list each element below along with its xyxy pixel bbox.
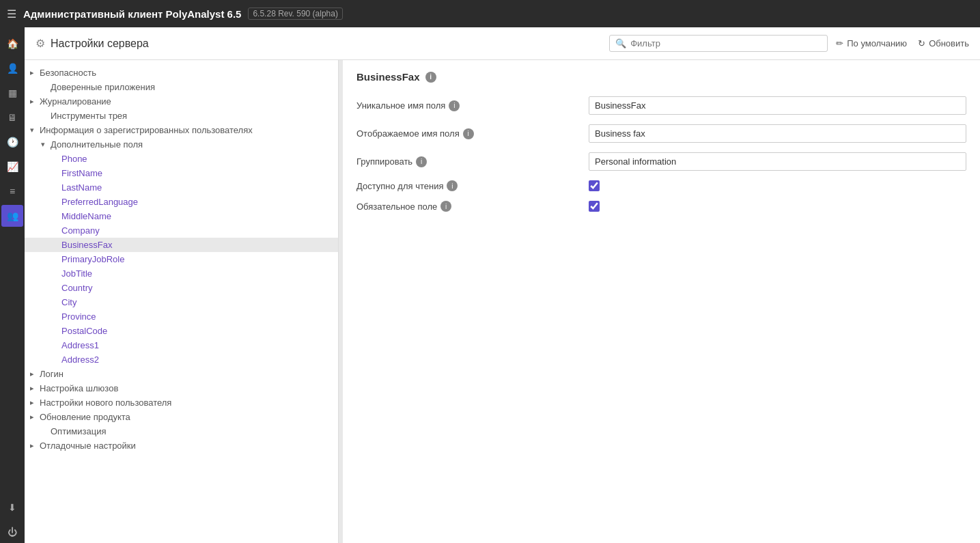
form-row-readable: Доступно для чтенияi — [356, 180, 966, 191]
default-button[interactable]: ✏ По умолчанию — [836, 38, 907, 48]
filter-input[interactable] — [630, 38, 822, 48]
form-label-group: Группироватьi — [356, 156, 589, 167]
tree-item-city[interactable]: City — [25, 295, 338, 309]
form-input-display-field-name[interactable] — [589, 124, 966, 143]
form-fields: Уникальное имя поляiОтображаемое имя пол… — [356, 96, 966, 212]
refresh-icon: ↻ — [918, 38, 925, 48]
tree-label-new-user-settings: Настройки нового пользователя — [40, 398, 171, 408]
detail-title-area: BusinessFax i — [356, 71, 966, 83]
tree-item-middlename[interactable]: MiddleName — [25, 209, 338, 223]
form-label-text-group: Группировать — [356, 156, 412, 167]
page-header: ⚙ Настройки сервера 🔍 ✏ По умолчанию ↻ О… — [25, 27, 980, 60]
tree-label-debug-settings: Отладочные настройки — [40, 441, 136, 451]
info-icon-required: i — [440, 201, 451, 212]
tree-label-optimization: Оптимизация — [51, 426, 107, 436]
main-layout: 🏠 👤 ▦ 🖥 🕐 📈 ≡ 👥 ⬇ ⏻ ⚙ Настройки сервера … — [0, 27, 980, 543]
tree-item-businessfax[interactable]: BusinessFax — [25, 238, 338, 252]
tree-item-new-user-settings[interactable]: ▸Настройки нового пользователя — [25, 395, 338, 410]
tree-label-country: Country — [61, 283, 93, 293]
tree-item-additional-fields[interactable]: ▾Дополнительные поля — [25, 137, 338, 152]
form-label-unique-field-name: Уникальное имя поляi — [356, 100, 589, 111]
tree-label-firstname: FirstName — [61, 168, 102, 178]
tree-panel: ▸БезопасностьДоверенные приложения▸Журна… — [25, 60, 339, 543]
tree-item-province[interactable]: Province — [25, 309, 338, 324]
tree-item-postalcode[interactable]: PostalCode — [25, 324, 338, 338]
body-split: ▸БезопасностьДоверенные приложения▸Журна… — [25, 60, 980, 543]
tree-item-address2[interactable]: Address2 — [25, 352, 338, 367]
tree-item-jobtitle[interactable]: JobTitle — [25, 266, 338, 281]
form-label-readable: Доступно для чтенияi — [356, 180, 589, 191]
form-checkbox-required[interactable] — [589, 201, 600, 212]
nav-grid-btn[interactable]: ▦ — [1, 82, 23, 104]
filter-box[interactable]: 🔍 — [609, 35, 828, 52]
nav-home-btn[interactable]: 🏠 — [1, 33, 23, 55]
tree-item-country[interactable]: Country — [25, 281, 338, 295]
tree-item-trace-tools[interactable]: Инструменты трея — [25, 109, 338, 123]
tree-item-preferred-language[interactable]: PreferredLanguage — [25, 195, 338, 209]
filter-search-icon: 🔍 — [615, 38, 626, 48]
tree-label-product-update: Обновление продукта — [40, 412, 130, 422]
tree-item-phone[interactable]: Phone — [25, 152, 338, 166]
tree-label-additional-fields: Дополнительные поля — [51, 139, 143, 150]
detail-title: BusinessFax — [356, 71, 420, 83]
form-input-group[interactable] — [589, 152, 966, 171]
nav-user-btn[interactable]: 👤 — [1, 57, 23, 79]
page-title: Настройки сервера — [51, 38, 149, 50]
tree-item-address1[interactable]: Address1 — [25, 338, 338, 352]
tree-label-gateway-settings: Настройка шлюзов — [40, 383, 118, 393]
tree-item-debug-settings[interactable]: ▸Отладочные настройки — [25, 438, 338, 453]
nav-monitor-btn[interactable]: 🖥 — [1, 107, 23, 128]
tree-label-login: Логин — [40, 369, 64, 379]
tree-item-login[interactable]: ▸Логин — [25, 367, 338, 381]
tree-label-phone: Phone — [61, 154, 87, 164]
form-row-required: Обязательное полеi — [356, 201, 966, 212]
tree-item-gateway-settings[interactable]: ▸Настройка шлюзов — [25, 381, 338, 395]
tree-item-primaryjobrole[interactable]: PrimaryJobRole — [25, 252, 338, 266]
tree-label-province: Province — [61, 311, 96, 322]
version-badge: 6.5.28 Rev. 590 (alpha) — [248, 8, 343, 20]
tree-label-user-info: Информация о зарегистрированных пользова… — [40, 125, 253, 135]
tree-label-trusted-apps: Доверенные приложения — [51, 82, 155, 92]
settings-gear-icon: ⚙ — [36, 37, 45, 50]
app-title: Административный клиент PolyAnalyst 6.5 — [23, 8, 241, 20]
nav-download-btn[interactable]: ⬇ — [1, 497, 23, 518]
nav-clock-btn[interactable]: 🕐 — [1, 131, 23, 153]
form-label-required: Обязательное полеi — [356, 201, 589, 212]
content-area: ⚙ Настройки сервера 🔍 ✏ По умолчанию ↻ О… — [25, 27, 980, 543]
tree-label-security: Безопасность — [40, 68, 96, 78]
tree-item-lastname[interactable]: LastName — [25, 180, 338, 195]
form-label-text-display-field-name: Отображаемое имя поля — [356, 128, 460, 139]
tree-item-user-info[interactable]: ▾Информация о зарегистрированных пользов… — [25, 123, 338, 137]
tree-arrow-logging: ▸ — [30, 97, 40, 106]
tree-label-businessfax: BusinessFax — [61, 240, 112, 250]
tree-label-company: Company — [61, 225, 100, 236]
tree-arrow-security: ▸ — [30, 68, 40, 77]
default-icon: ✏ — [836, 38, 843, 48]
nav-chart-btn[interactable]: 📈 — [1, 156, 23, 178]
refresh-button[interactable]: ↻ Обновить — [918, 38, 969, 48]
tree-label-logging: Журналирование — [40, 96, 111, 107]
tree-label-address2: Address2 — [61, 354, 99, 365]
tree-item-trusted-apps[interactable]: Доверенные приложения — [25, 80, 338, 94]
tree-label-trace-tools: Инструменты трея — [51, 111, 127, 121]
tree-item-company[interactable]: Company — [25, 223, 338, 238]
tree-arrow-gateway-settings: ▸ — [30, 384, 40, 393]
form-input-unique-field-name[interactable] — [589, 96, 966, 115]
hamburger-menu-icon[interactable]: ☰ — [7, 8, 16, 20]
info-icon-group: i — [416, 156, 427, 167]
tree-item-security[interactable]: ▸Безопасность — [25, 66, 338, 80]
form-label-text-required: Обязательное поле — [356, 201, 437, 212]
tree-label-preferred-language: PreferredLanguage — [61, 197, 138, 207]
tree-item-product-update[interactable]: ▸Обновление продукта — [25, 410, 338, 424]
tree-item-optimization[interactable]: Оптимизация — [25, 424, 338, 438]
form-checkbox-readable[interactable] — [589, 180, 600, 191]
tree-label-postalcode: PostalCode — [61, 326, 107, 336]
tree-item-logging[interactable]: ▸Журналирование — [25, 94, 338, 109]
nav-people-btn[interactable]: 👥 — [1, 205, 23, 227]
nav-power-btn[interactable]: ⏻ — [1, 521, 23, 543]
form-label-display-field-name: Отображаемое имя поляi — [356, 128, 589, 139]
tree-label-address1: Address1 — [61, 340, 99, 350]
tree-item-firstname[interactable]: FirstName — [25, 166, 338, 180]
nav-list-btn[interactable]: ≡ — [1, 180, 23, 202]
form-label-text-readable: Доступно для чтения — [356, 181, 443, 191]
